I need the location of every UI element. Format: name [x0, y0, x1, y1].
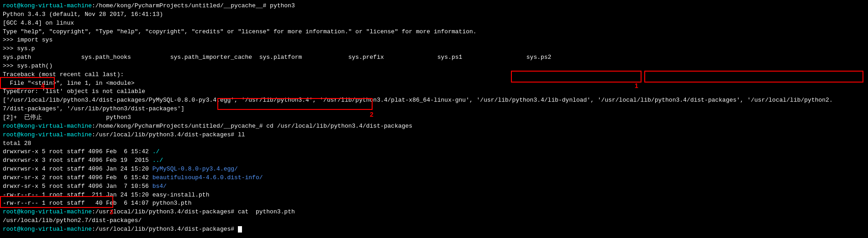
terminal-line: Type "help", "copyright", "Type "help", … [3, 28, 865, 36]
terminal-line: >>> import sys [3, 36, 865, 45]
terminal-line: total 28 [3, 140, 865, 148]
terminal-line: -rw-r--r-- 1 root staff 40 Feb 6 14:07 p… [3, 199, 865, 208]
terminal-line: [2]+ 已停止 python3 [3, 114, 865, 122]
terminal-line: root@kong-virtual-machine:/usr/local/lib… [3, 208, 865, 217]
terminal-line: File "<stdin>", line 1, in <module> [3, 79, 865, 88]
terminal-line: drwxr-sr-x 2 root staff 4096 Feb 6 15:42… [3, 174, 865, 182]
terminal-line: root@kong-virtual-machine:/usr/local/lib… [3, 131, 865, 140]
terminal-line: -rw-r--r-- 1 root staff 211 Jan 24 15:20… [3, 191, 865, 200]
terminal-line: 7/dist-packages', '/usr/lib/python3/dist… [3, 105, 865, 114]
terminal-prompt-final: root@kong-virtual-machine:/usr/local/lib… [3, 225, 865, 234]
terminal-line: TypeError: 'list' object is not callable [3, 88, 865, 96]
terminal-line: drwxr-sr-x 5 root staff 4096 Jan 7 10:56… [3, 182, 865, 191]
terminal-line-paths: ['/usr/local/lib/python3.4/dist-packages… [3, 96, 865, 105]
terminal-line: drwxrwsr-x 4 root staff 4096 Jan 24 15:2… [3, 165, 865, 174]
terminal-line: root@kong-virtual-machine:/home/kong/Pyc… [3, 122, 865, 131]
terminal-line: Traceback (most recent call last): [3, 71, 865, 79]
terminal-line: [GCC 4.8.4] on linux [3, 19, 865, 28]
terminal-line: Python 3.4.3 (default, Nov 28 2017, 16:4… [3, 10, 865, 19]
terminal-line: >>> sys.p [3, 45, 865, 53]
cursor-block [238, 226, 242, 233]
terminal-line: drwxrwsr-x 3 root staff 4096 Feb 19 2015… [3, 156, 865, 165]
terminal-line: >>> sys.path() [3, 62, 865, 71]
terminal-line: drwxrwsr-x 5 root staff 4096 Feb 6 15:42… [3, 148, 865, 156]
terminal-line: sys.path sys.path_hooks sys.path_importe… [3, 53, 865, 62]
credits-text: Type "help", "copyright", "credits" or "… [99, 28, 348, 35]
terminal-window: root@kong-virtual-machine:/home/kong/Pyc… [0, 0, 868, 238]
terminal-line-path-output: /usr/local/lib/python2.7/dist-packages/ [3, 217, 865, 225]
terminal-line: root@kong-virtual-machine:/home/kong/Pyc… [3, 2, 865, 10]
